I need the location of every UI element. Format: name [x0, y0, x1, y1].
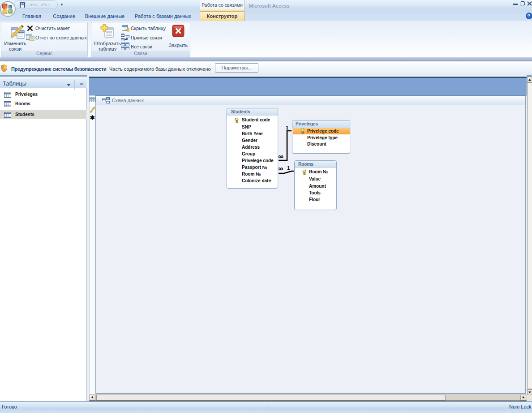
svg-text:?: ?	[528, 13, 530, 18]
